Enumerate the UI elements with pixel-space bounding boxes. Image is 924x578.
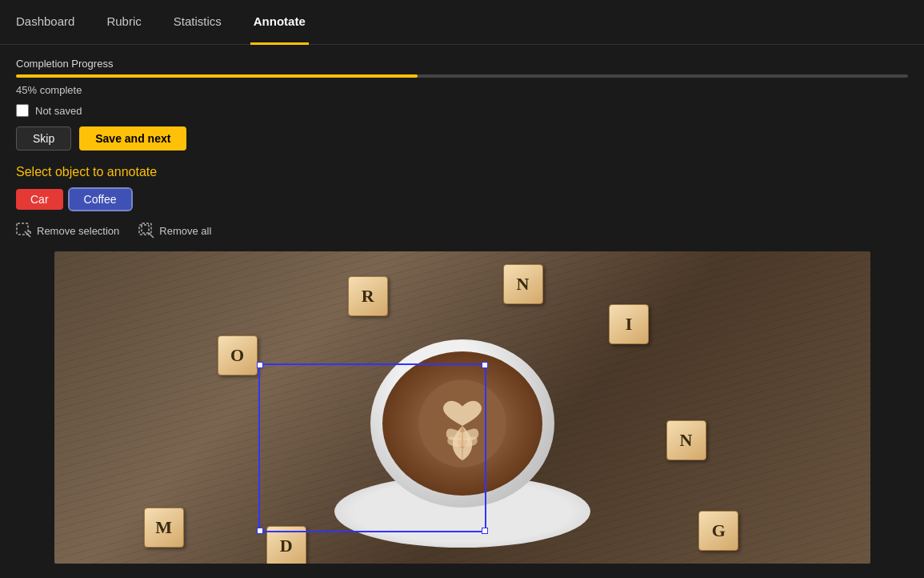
- navigation: DashboardRubricStatisticsAnnotate: [0, 0, 924, 45]
- remove-selection-label: Remove selection: [37, 225, 119, 237]
- tile-m: M: [144, 508, 184, 548]
- tile-n2: N: [666, 420, 706, 460]
- tile-r: R: [348, 276, 388, 316]
- remove-all-label: Remove all: [159, 225, 211, 237]
- remove-selection-icon: [16, 223, 32, 239]
- latte-art: [398, 366, 526, 481]
- svg-line-1: [25, 231, 30, 237]
- not-saved-row: Not saved: [16, 104, 908, 117]
- image-scene: R N I O N M D G: [54, 251, 870, 564]
- nav-item-annotate[interactable]: Annotate: [250, 0, 309, 45]
- remove-row: Remove selection Remove all: [16, 223, 908, 239]
- progress-bar-background: [16, 74, 908, 78]
- tile-o: O: [218, 335, 258, 375]
- tag-coffee[interactable]: Coffee: [70, 189, 131, 210]
- tag-car[interactable]: Car: [16, 189, 63, 210]
- action-buttons: Skip Save and next: [16, 126, 908, 151]
- tile-d: D: [266, 526, 306, 564]
- remove-all-button[interactable]: Remove all: [138, 223, 211, 239]
- select-object-label: Select object to annotate: [16, 165, 908, 179]
- progress-bar-fill: [16, 74, 418, 78]
- nav-item-statistics[interactable]: Statistics: [170, 0, 225, 45]
- nav-item-rubric[interactable]: Rubric: [103, 0, 144, 45]
- save-next-button[interactable]: Save and next: [79, 126, 186, 151]
- nav-item-dashboard[interactable]: Dashboard: [13, 0, 78, 45]
- svg-line-6: [149, 233, 154, 238]
- not-saved-label[interactable]: Not saved: [35, 105, 82, 117]
- object-tags: Car Coffee: [16, 189, 908, 210]
- skip-button[interactable]: Skip: [16, 126, 71, 151]
- not-saved-checkbox[interactable]: [16, 104, 29, 117]
- cup: [370, 339, 554, 508]
- tile-n1: N: [503, 264, 543, 304]
- image-container[interactable]: R N I O N M D G: [54, 251, 870, 564]
- remove-selection-button[interactable]: Remove selection: [16, 223, 119, 239]
- tile-g: G: [698, 511, 738, 551]
- coffee-surface: [382, 351, 542, 496]
- completion-label: Completion Progress: [16, 58, 908, 70]
- main-content: Completion Progress 45% complete Not sav…: [0, 45, 924, 576]
- completion-section: Completion Progress 45% complete: [16, 58, 908, 96]
- tile-i: I: [609, 304, 649, 344]
- remove-all-icon: [138, 223, 154, 239]
- percent-label: 45% complete: [16, 84, 908, 96]
